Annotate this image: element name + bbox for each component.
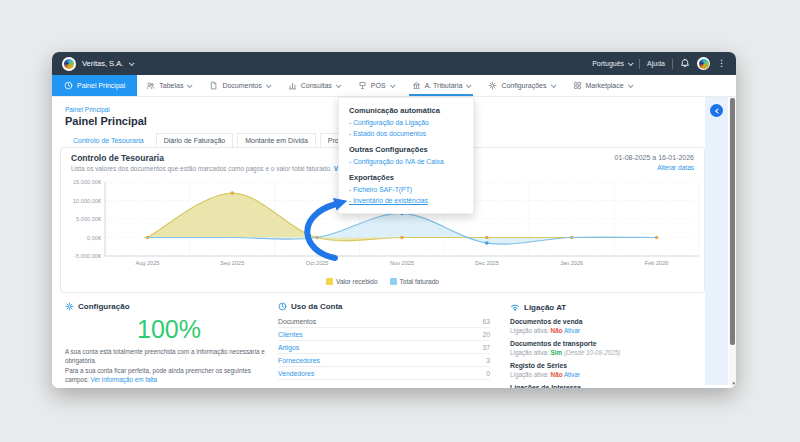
dropdown-section-title: Exportações [349, 173, 463, 182]
menu-documentos[interactable]: Documentos [200, 75, 278, 96]
kebab-menu-icon[interactable]: ⋮ [717, 59, 726, 68]
ativar-link[interactable]: Ativar [564, 371, 580, 378]
chevron-down-icon [336, 82, 342, 88]
svg-text:10.000,00€: 10.000,00€ [73, 198, 102, 204]
menu-painel-principal[interactable]: Painel Principal [52, 75, 137, 96]
usage-section: Uso da Conta Documentos 63 Clientes 20 A… [278, 302, 490, 380]
government-building-icon [412, 81, 421, 90]
legend-swatch-received [326, 278, 333, 285]
chevron-down-icon [550, 82, 556, 88]
svg-text:Nov 2025: Nov 2025 [390, 260, 414, 266]
at-item-name: Registo de Séries [510, 362, 702, 369]
users-icon [146, 81, 155, 90]
dropdown-link-inventario-existencias[interactable]: Inventário de existências [349, 197, 463, 204]
chevron-down-icon [466, 82, 472, 88]
completion-percent: 100% [65, 315, 273, 344]
bar-chart-icon [288, 81, 297, 90]
scrollbar-thumb[interactable] [730, 98, 735, 345]
menu-consultas[interactable]: Consultas [279, 75, 349, 96]
collapsed-right-panel [705, 97, 728, 385]
document-icon [209, 81, 218, 90]
usage-row-clientes: Clientes 20 [278, 328, 490, 341]
ativar-link[interactable]: Ativar [564, 327, 580, 334]
usage-row-fornecedores: Fornecedores 3 [278, 354, 490, 367]
at-item-name: Documentos de transporte [510, 340, 702, 347]
grid-icon [573, 81, 582, 90]
dropdown-section-title: Comunicação automática [349, 106, 463, 115]
chevron-down-icon [187, 82, 193, 88]
gear-icon [488, 81, 497, 90]
dropdown-link-iva-caixa[interactable]: Configuração do IVA de Caixa [349, 158, 463, 165]
clock-icon [64, 81, 73, 90]
chevron-down-icon [390, 82, 396, 88]
legend-valor-recebido[interactable]: Valor recebido [326, 278, 377, 285]
usage-row-documentos: Documentos 63 [278, 315, 490, 328]
dropdown-link-configuracao-ligacao[interactable]: Configuração da Ligação [349, 119, 463, 126]
chevron-down-icon [129, 60, 135, 66]
dropdown-section-title: Outras Configurações [349, 145, 463, 154]
usage-row-artigos: Artigos 37 [278, 341, 490, 354]
app-window: Veritas, S.A. Português Ajuda ⋮ [52, 52, 736, 388]
history-icon [278, 302, 287, 311]
at-section: Ligação AT Documentos de venda Ligação a… [510, 302, 702, 388]
at-item-name: Documentos de venda [510, 318, 702, 325]
artigos-link[interactable]: Artigos [278, 344, 299, 351]
scrollbar-down-arrow[interactable]: ▾ [732, 380, 735, 386]
user-avatar[interactable] [697, 57, 710, 70]
main-menubar: Painel Principal Tabelas Documentos Cons… [52, 75, 736, 97]
top-navbar: Veritas, S.A. Português Ajuda ⋮ [52, 52, 736, 75]
wifi-icon [510, 302, 520, 312]
legend-swatch-invoiced [390, 278, 397, 285]
page-title: Painel Principal [65, 115, 147, 127]
date-range: 01-08-2025 a 16-01-2026 [615, 154, 694, 161]
vendedores-link[interactable]: Vendedores [278, 370, 314, 377]
config-section: Configuração 100% A sua conta está total… [65, 302, 273, 385]
clientes-link[interactable]: Clientes [278, 331, 303, 338]
menu-marketplace[interactable]: Marketplace [564, 75, 641, 96]
dropdown-link-saft[interactable]: Ficheiro SAF-T(PT) [349, 186, 463, 193]
company-name: Veritas, S.A. [82, 59, 123, 68]
at-item-status: Ligação ativa: Sim (Desde 10-09-2025) [510, 349, 702, 356]
menu-pos[interactable]: POS [349, 75, 403, 96]
at-item-status: Ligação ativa: Não Ativar [510, 327, 702, 334]
chevron-left-icon [715, 108, 721, 114]
panel-expand-button[interactable] [710, 104, 723, 117]
fornecedores-link[interactable]: Fornecedores [278, 357, 320, 364]
menu-configuracoes[interactable]: Configurações [479, 75, 563, 96]
usage-title: Uso da Conta [291, 302, 343, 311]
svg-text:0,00€: 0,00€ [87, 235, 102, 241]
language-selector[interactable]: Português [592, 60, 632, 67]
gear-icon [65, 302, 74, 311]
svg-text:Feb 2026: Feb 2026 [645, 260, 669, 266]
chart-legend: Valor recebido Total faturado [61, 278, 704, 285]
at-item-status: Ligação ativa: Não Ativar [510, 371, 702, 378]
breadcrumb[interactable]: Painel Principal [65, 106, 110, 113]
svg-text:-5.000,00€: -5.000,00€ [74, 253, 102, 259]
svg-text:Sep 2025: Sep 2025 [220, 260, 244, 266]
divider [639, 59, 640, 69]
dropdown-link-estado-documentos[interactable]: Estado dos documentos [349, 130, 463, 137]
svg-text:Dec 2025: Dec 2025 [475, 260, 499, 266]
at-title: Ligação AT [524, 303, 566, 312]
change-dates-link[interactable]: Alterar datas [657, 164, 694, 171]
help-link[interactable]: Ajuda [647, 60, 665, 67]
scrollbar-track[interactable]: ▾ [729, 97, 736, 388]
chevron-down-icon [628, 82, 634, 88]
missing-info-link[interactable]: Ver informação em falta [91, 376, 158, 383]
pos-terminal-icon [358, 81, 367, 90]
company-menu[interactable]: Veritas, S.A. [62, 57, 133, 71]
menu-tabelas[interactable]: Tabelas [137, 75, 200, 96]
card-title: Controlo de Tesouraria [71, 153, 164, 163]
chevron-down-icon [266, 82, 272, 88]
content-area: Painel Principal Painel Principal Contro… [52, 97, 736, 388]
svg-text:Aug 2025: Aug 2025 [135, 260, 159, 266]
usage-row-vendedores: Vendedores 0 [278, 367, 490, 380]
config-title: Configuração [78, 302, 130, 311]
notifications-bell-icon[interactable] [680, 58, 690, 69]
language-label: Português [592, 60, 624, 67]
annotation-arrow [290, 192, 362, 264]
svg-text:5.000,00€: 5.000,00€ [76, 216, 102, 222]
svg-text:15.000,00€: 15.000,00€ [73, 179, 102, 185]
legend-total-faturado[interactable]: Total faturado [390, 278, 439, 285]
menu-a-tributaria[interactable]: A. Tributária [403, 75, 480, 96]
